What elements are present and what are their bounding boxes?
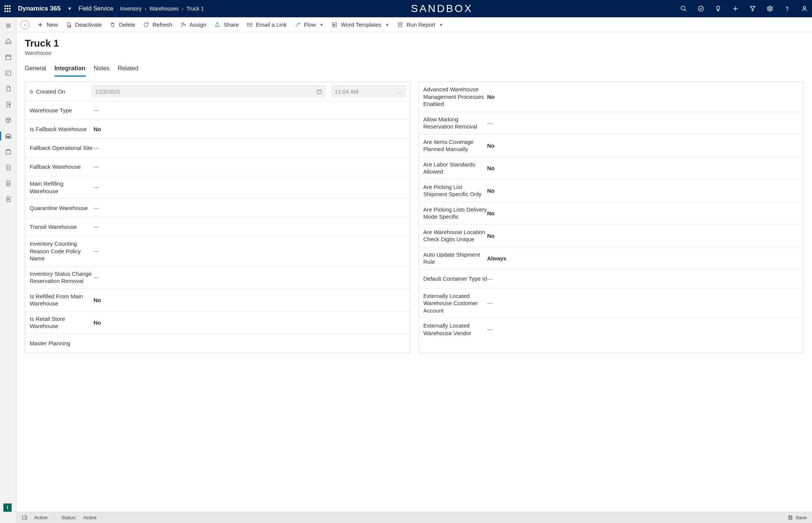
gear-icon[interactable]: [766, 5, 774, 12]
form-field[interactable]: Quarantine Warehouse---: [25, 199, 410, 218]
field-label: Fallback Warehouse: [30, 163, 93, 171]
field-value: No: [93, 297, 405, 303]
breadcrumb: Inventory › Warehouses › Truck 1: [120, 6, 204, 12]
back-circle-icon[interactable]: ›: [20, 20, 29, 29]
form-field[interactable]: Is Refilled From Main WarehouseNo: [25, 289, 410, 311]
search-icon[interactable]: [680, 5, 687, 12]
tab-general[interactable]: General: [25, 63, 46, 77]
form-field[interactable]: Inventory Status Change Reservation Remo…: [25, 266, 410, 289]
package-icon[interactable]: [3, 115, 14, 125]
assign-button[interactable]: Assign: [180, 21, 206, 28]
document-out-icon[interactable]: [3, 99, 14, 110]
form-field[interactable]: Inventory Counting Reason Code Policy Na…: [25, 236, 410, 266]
field-label: Externally Located Warehouse Customer Ac…: [423, 292, 487, 314]
box-icon[interactable]: [3, 147, 14, 157]
field-value: ---: [487, 276, 799, 282]
word-templates-button[interactable]: Word Templates▼: [331, 21, 389, 28]
insights-badge[interactable]: I: [3, 503, 12, 512]
date-input[interactable]: 1/23/2020: [91, 85, 326, 98]
home-icon[interactable]: [3, 36, 14, 47]
field-label: Master Planning: [30, 340, 93, 347]
word-icon: [331, 21, 338, 28]
app-launcher-icon[interactable]: [4, 5, 11, 12]
email-link-button[interactable]: Email a Link: [246, 21, 287, 28]
field-label: Inventory Status Change Reservation Remo…: [30, 270, 93, 285]
flow-icon: [294, 21, 301, 28]
field-label: Is Fallback Warehouse: [30, 125, 93, 133]
form-field[interactable]: Warehouse Type---: [25, 101, 410, 120]
form-field[interactable]: Master Planning: [25, 334, 410, 353]
calendar-icon[interactable]: [3, 52, 14, 62]
refresh-label: Refresh: [152, 21, 172, 28]
assign-icon: [180, 21, 187, 28]
share-button[interactable]: Share: [214, 21, 239, 28]
more-icon: …: [397, 88, 402, 95]
assign-label: Assign: [190, 21, 206, 28]
schedule-icon[interactable]: [3, 68, 14, 78]
chevron-right-icon: ›: [182, 6, 184, 12]
divider: [54, 515, 54, 521]
doc-down-icon[interactable]: [3, 178, 14, 189]
form-field[interactable]: Are Items Coverage Planned ManuallyNo: [419, 135, 804, 157]
field-label: Inventory Counting Reason Code Policy Na…: [30, 240, 93, 262]
form-field[interactable]: Auto Update Shipment RuleAlways: [419, 247, 804, 270]
open-panel-icon[interactable]: [22, 515, 27, 520]
form-field[interactable]: Transit Warehouse---: [25, 218, 410, 236]
svg-rect-16: [7, 136, 8, 138]
date-value: 1/23/2020: [95, 88, 120, 95]
field-label: Is Retail Store Warehouse: [30, 315, 93, 330]
delete-button[interactable]: Delete: [109, 21, 135, 28]
breadcrumb-item[interactable]: Warehouses: [149, 6, 179, 12]
form-field[interactable]: Are Picking Lists Delivery Mode Specific…: [419, 202, 804, 225]
new-button[interactable]: New: [37, 21, 58, 28]
help-icon[interactable]: [783, 5, 791, 12]
filter-icon[interactable]: [749, 5, 756, 12]
field-label: Are Picking Lists Delivery Mode Specific: [423, 206, 487, 221]
doc-up-icon[interactable]: [3, 194, 14, 204]
document-icon[interactable]: [3, 83, 14, 94]
form-field[interactable]: Fallback Operational Site---: [25, 139, 410, 157]
refresh-button[interactable]: Refresh: [143, 21, 172, 28]
form-field[interactable]: Externally Located Warehouse Vendor---: [419, 318, 804, 340]
form-field[interactable]: Externally Located Warehouse Customer Ac…: [419, 289, 804, 319]
form-field[interactable]: Allow Marking Reservation Removal---: [419, 112, 804, 135]
field-label: Allow Marking Reservation Removal: [423, 116, 487, 130]
save-button[interactable]: Save: [788, 515, 807, 520]
form-field[interactable]: Advanced Warehouse Management Processes …: [419, 82, 804, 112]
tab-integration[interactable]: Integration: [54, 63, 86, 77]
tab-related[interactable]: Related: [118, 63, 138, 77]
form-field[interactable]: Main Refilling Warehouse---: [25, 176, 410, 199]
person-icon[interactable]: [801, 5, 808, 12]
svg-rect-34: [789, 518, 791, 519]
field-value: No: [487, 142, 799, 149]
run-report-button[interactable]: Run Report▼: [397, 21, 443, 28]
breadcrumb-item[interactable]: Inventory: [120, 6, 142, 12]
trash-icon: [109, 21, 116, 28]
lightbulb-icon[interactable]: [714, 5, 722, 12]
form-field[interactable]: Are Labor Standards AllowedNo: [419, 157, 804, 180]
mail-icon: [246, 21, 253, 28]
page-title: Truck 1: [25, 38, 804, 49]
task-check-icon[interactable]: [697, 5, 705, 12]
product-name[interactable]: Dynamics 365: [18, 5, 60, 12]
form-field[interactable]: Fallback Warehouse---: [25, 157, 410, 176]
breadcrumb-item[interactable]: Truck 1: [187, 6, 204, 12]
transfer-icon[interactable]: [3, 162, 14, 173]
time-input[interactable]: 11:04 AM…: [331, 85, 406, 98]
form-field[interactable]: Is Fallback WarehouseNo: [25, 120, 410, 139]
plus-icon[interactable]: [732, 5, 739, 12]
field-value: No: [93, 319, 405, 326]
form-field[interactable]: Are Warehouse Location Check Digits Uniq…: [419, 225, 804, 247]
deactivate-button[interactable]: Deactivate: [65, 21, 102, 28]
tab-notes[interactable]: Notes: [94, 63, 110, 77]
hamburger-icon[interactable]: [3, 20, 14, 31]
field-label: Warehouse Type: [30, 107, 93, 114]
form-field[interactable]: Is Retail Store WarehouseNo: [25, 311, 410, 334]
chevron-down-icon[interactable]: ▼: [67, 6, 72, 11]
app-name[interactable]: Field Service: [78, 5, 113, 12]
form-field[interactable]: Default Container Type Id---: [419, 270, 804, 289]
chevron-right-icon: ›: [145, 6, 146, 12]
form-field[interactable]: Are Picking List Shipment Specific OnlyN…: [419, 180, 804, 202]
flow-button[interactable]: Flow▼: [294, 21, 324, 28]
warehouse-icon[interactable]: [3, 131, 14, 141]
